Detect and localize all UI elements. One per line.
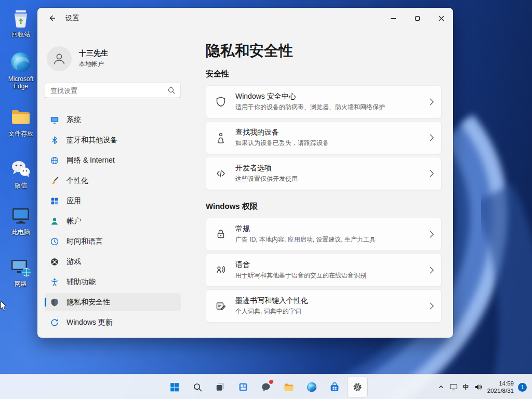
- apps-icon: [50, 196, 59, 206]
- notification-count-badge[interactable]: 1: [518, 383, 527, 392]
- taskbar: 中 14:59 2021/8/31 1: [0, 374, 532, 399]
- desktop-icon-file-storage[interactable]: 文件存放: [1, 105, 41, 137]
- chevron-right-icon: [430, 170, 434, 177]
- settings-gear-icon: [352, 381, 363, 393]
- nav-item-time-language[interactable]: 时间和语言: [45, 232, 181, 250]
- store-button[interactable]: [324, 377, 345, 397]
- tray-time: 14:59: [487, 380, 514, 387]
- minimize-button[interactable]: [381, 8, 405, 29]
- card-find-my-device[interactable]: 查找我的设备 如果认为设备已丢失，请跟踪设备: [206, 121, 442, 154]
- desktop-icon-network[interactable]: 网络: [1, 256, 41, 287]
- settings-search-box: [45, 83, 181, 98]
- display-tray-button[interactable]: [447, 378, 460, 396]
- nav-item-apps[interactable]: 应用: [45, 192, 181, 210]
- accessibility-icon: [50, 277, 59, 287]
- card-title: Windows 安全中心: [235, 92, 385, 101]
- card-text: Windows 安全中心 适用于你的设备的防病毒、浏览器、防火墙和网络保护: [235, 92, 385, 112]
- nav-item-label: 网络 & Internet: [66, 156, 115, 165]
- nav-item-gaming[interactable]: 游戏: [45, 252, 181, 271]
- chevron-right-icon: [430, 98, 434, 105]
- window-body: 十三先生 本地帐户 系统: [37, 29, 453, 338]
- widgets-button[interactable]: [233, 377, 254, 397]
- task-view-button[interactable]: [210, 377, 231, 397]
- user-account-row[interactable]: 十三先生 本地帐户: [47, 46, 181, 71]
- settings-window: 设置 十三先生: [37, 8, 453, 338]
- avatar: [47, 46, 72, 71]
- nav-item-label: Windows 更新: [66, 318, 113, 327]
- volume-tray-button[interactable]: [472, 378, 485, 396]
- gaming-icon: [50, 257, 59, 267]
- chat-button[interactable]: [256, 377, 276, 397]
- card-text: 墨迹书写和键入个性化 个人词典, 词典中的字词: [235, 296, 308, 316]
- nav-item-personalization[interactable]: 个性化: [45, 171, 181, 190]
- nav-item-accessibility[interactable]: 辅助功能: [45, 273, 181, 291]
- file-explorer-button[interactable]: [278, 377, 299, 397]
- card-windows-security[interactable]: Windows 安全中心 适用于你的设备的防病毒、浏览器、防火墙和网络保护: [206, 85, 442, 118]
- tray-date: 2021/8/31: [487, 387, 514, 394]
- search-icon: [192, 382, 203, 393]
- nav-item-label: 游戏: [66, 257, 81, 267]
- wechat-icon: [9, 157, 32, 180]
- close-button[interactable]: [429, 8, 453, 29]
- chevron-right-icon: [430, 267, 434, 274]
- search-icon: [168, 87, 175, 94]
- card-subtitle: 广告 ID, 本地内容, 应用启动, 设置建议, 生产力工具: [235, 235, 376, 244]
- card-developer-options[interactable]: 开发者选项 这些设置仅供开发使用: [206, 157, 442, 190]
- find-device-icon: [215, 131, 227, 144]
- system-tray: 中 14:59 2021/8/31 1: [435, 375, 530, 399]
- ime-indicator[interactable]: 中: [460, 378, 472, 396]
- section-heading-security: 安全性: [206, 69, 442, 79]
- taskbar-search-button[interactable]: [187, 377, 208, 397]
- chevron-right-icon: [430, 231, 434, 238]
- this-pc-icon: [9, 204, 32, 227]
- user-account-type: 本地帐户: [79, 60, 108, 69]
- minimize-icon: [391, 18, 396, 19]
- card-title: 常规: [235, 224, 376, 234]
- shield-icon: [215, 96, 227, 108]
- nav-item-accounts[interactable]: 帐户: [45, 212, 181, 230]
- desktop-icon-label: 微信: [15, 182, 27, 189]
- card-inking-typing[interactable]: 墨迹书写和键入个性化 个人词典, 词典中的字词: [206, 289, 442, 323]
- selected-indicator: [45, 298, 46, 307]
- card-text: 查找我的设备 如果认为设备已丢失，请跟踪设备: [235, 128, 329, 148]
- settings-button[interactable]: [347, 377, 368, 397]
- section-heading-windows-permissions: Windows 权限: [206, 202, 442, 211]
- store-icon: [329, 381, 340, 393]
- taskbar-clock[interactable]: 14:59 2021/8/31: [485, 380, 517, 394]
- desktop-icon-recycle-bin[interactable]: 回收站: [1, 6, 41, 38]
- nav-item-windows-update[interactable]: Windows 更新: [45, 313, 181, 331]
- settings-sidebar: 十三先生 本地帐户 系统: [37, 29, 188, 338]
- card-speech[interactable]: 语音 用于听写和其他基于语音的交互的在线语音识别: [206, 254, 442, 287]
- mouse-cursor: [0, 300, 9, 313]
- nav-item-label: 辅助功能: [66, 277, 96, 287]
- chevron-right-icon: [430, 134, 434, 141]
- card-title: 墨迹书写和键入个性化: [235, 296, 308, 305]
- start-button[interactable]: [164, 377, 185, 397]
- nav-item-bluetooth-devices[interactable]: 蓝牙和其他设备: [45, 131, 181, 149]
- desktop-icon-wechat[interactable]: 微信: [1, 157, 41, 189]
- card-subtitle: 如果认为设备已丢失，请跟踪设备: [235, 139, 329, 148]
- nav-item-network-internet[interactable]: 网络 & Internet: [45, 151, 181, 169]
- card-general[interactable]: 常规 广告 ID, 本地内容, 应用启动, 设置建议, 生产力工具: [206, 218, 442, 251]
- chevron-right-icon: [430, 302, 434, 310]
- time-language-icon: [50, 237, 59, 246]
- taskbar-center: [163, 375, 369, 399]
- desktop-icon-label: 回收站: [11, 31, 30, 38]
- desktop-icon-edge[interactable]: Microsoft Edge: [1, 51, 41, 90]
- back-button[interactable]: [42, 9, 62, 27]
- desktop-icon-label: 文件存放: [8, 130, 33, 137]
- nav-item-system[interactable]: 系统: [45, 111, 181, 129]
- window-controls: [381, 8, 453, 29]
- folder-icon: [9, 105, 32, 128]
- nav-item-label: 系统: [66, 115, 81, 125]
- edge-button[interactable]: [301, 377, 322, 397]
- desktop-icon-label: 网络: [15, 280, 27, 287]
- user-name: 十三先生: [79, 49, 108, 58]
- search-input[interactable]: [45, 87, 168, 95]
- network-desktop-icon: [9, 256, 32, 278]
- card-text: 语音 用于听写和其他基于语音的交互的在线语音识别: [235, 260, 366, 280]
- desktop-icon-this-pc[interactable]: 此电脑: [1, 204, 41, 236]
- nav-item-privacy-security[interactable]: 隐私和安全性: [45, 293, 181, 311]
- hidden-icons-button[interactable]: [435, 378, 447, 396]
- maximize-button[interactable]: [405, 8, 429, 29]
